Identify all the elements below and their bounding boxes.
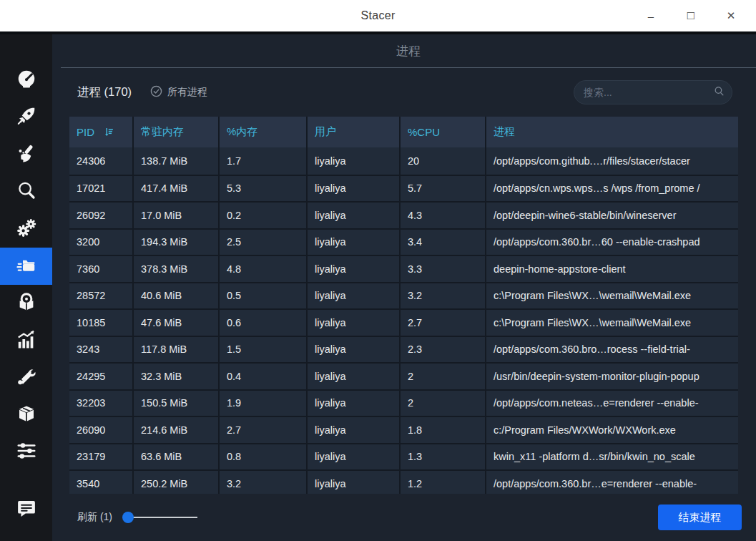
table-cell: /opt/apps/cn.wps.wps…s /wps /from_prome … [486,176,738,202]
column-header-pid[interactable]: PID [69,117,134,147]
page-title: 进程 [396,43,421,59]
close-button[interactable]: ✕ [723,8,739,24]
minimize-button[interactable]: – [643,8,659,24]
table-row[interactable]: 2609217.0 MiB0.2liyaliya4.3/opt/deepin-w… [69,201,738,228]
slider-handle[interactable] [122,512,134,523]
sidebar-item-dashboard[interactable] [0,62,52,99]
table-cell: liyaliya [308,230,401,255]
sidebar-item-uninstaller[interactable] [0,285,52,322]
sidebar-item-packages[interactable] [0,396,52,434]
column-header-cpu-pct[interactable]: %CPU [401,117,486,147]
table-cell: 47.6 MiB [134,310,220,336]
search-box[interactable] [574,80,732,104]
sidebar-spacer [0,471,52,491]
sidebar-item-search[interactable] [0,173,52,210]
column-header-process[interactable]: 进程 [486,117,738,147]
table-cell: 1.7 [220,147,308,175]
process-table-body: 24306138.7 MiB1.7liyaliya20/opt/apps/com… [69,147,738,494]
table-cell: 5.3 [220,176,308,202]
table-cell: 2 [401,364,486,389]
sidebar-item-services[interactable] [0,210,52,248]
sidebar-item-startup-apps[interactable] [0,99,52,136]
all-processes-label: 所有进程 [167,86,207,99]
sidebar-item-helpers[interactable] [0,359,52,396]
process-stack-icon [16,254,37,278]
maximize-button[interactable]: □ [683,8,699,24]
sidebar-item-system-cleaner[interactable] [0,136,52,173]
table-cell: 378.3 MiB [134,256,220,282]
column-header-memory-pct[interactable]: %内存 [220,117,308,147]
all-processes-checkbox[interactable]: 所有进程 [150,85,207,100]
sidebar-item-settings[interactable] [0,434,52,471]
package-gauge-icon [16,291,37,316]
column-header-memory[interactable]: 常驻内存 [134,117,220,147]
table-row[interactable]: 17021417.4 MiB5.3liyaliya5.7/opt/apps/cn… [69,175,738,202]
table-row[interactable]: 3540250.2 MiB3.2liyaliya1.2/opt/apps/com… [69,469,738,494]
table-row[interactable]: 3200194.3 MiB2.5liyaliya3.4/opt/apps/com… [69,228,738,255]
table-row[interactable]: 3243117.8 MiB1.5liyaliya2.3/opt/apps/com… [69,336,738,363]
table-cell: /usr/bin/deepin-system-monitor-plugin-po… [486,364,738,389]
table-cell: /opt/apps/com.360.br…e=renderer --enable… [486,471,738,494]
slider-track[interactable] [128,517,197,518]
table-cell: 214.6 MiB [134,417,220,443]
refresh-interval-slider[interactable] [122,512,197,523]
table-cell: 28572 [69,283,134,309]
table-cell: liyaliya [308,417,401,443]
table-cell: c:\Program Files\WX…\wemail\WeMail.exe [486,283,738,309]
table-cell: 0.8 [220,444,308,470]
process-table: PID 常驻内存 %内存 用户 %CPU 进程 24306138.7 MiB1.… [69,117,738,494]
sidebar [0,34,52,541]
table-row[interactable]: 2317963.6 MiB0.8liyaliya1.3kwin_x11 -pla… [69,443,738,470]
search-input[interactable] [584,87,713,98]
table-cell: 3540 [69,471,134,494]
check-circle-icon [150,85,162,100]
table-cell: 0.2 [220,203,308,228]
table-cell: 32.3 MiB [134,364,220,389]
column-header-user[interactable]: 用户 [308,117,401,147]
table-cell: 117.8 MiB [134,337,220,363]
table-cell: 0.4 [220,364,308,389]
table-cell: kwin_x11 -platform d…sr/bin/kwin_no_scal… [486,444,738,470]
table-row[interactable]: 32203150.5 MiB1.9liyaliya2/opt/apps/com.… [69,389,738,416]
end-process-button[interactable]: 结束进程 [658,505,742,530]
rocket-icon [16,105,37,130]
table-row[interactable]: 2429532.3 MiB0.4liyaliya2/usr/bin/deepin… [69,362,738,389]
table-cell: liyaliya [308,444,401,470]
sidebar-item-resources[interactable] [0,322,52,359]
table-cell: 1.9 [220,391,308,416]
sidebar-item-processes[interactable] [0,248,52,285]
table-cell: 2.5 [220,230,308,255]
process-count-label: 进程 (170) [77,84,132,100]
table-cell: 1.5 [220,337,308,363]
table-cell: 138.7 MiB [134,147,220,175]
table-cell: liyaliya [308,391,401,416]
column-header-label: PID [77,126,94,138]
sidebar-item-feedback[interactable] [0,491,52,528]
table-cell: liyaliya [308,256,401,282]
table-cell: 23179 [69,444,134,470]
table-row[interactable]: 7360378.3 MiB4.8liyaliya3.3deepin-home-a… [69,255,738,282]
table-row[interactable]: 24306138.7 MiB1.7liyaliya20/opt/apps/com… [69,147,738,175]
table-row[interactable]: 1018547.6 MiB0.6liyaliya2.7c:\Program Fi… [69,308,738,336]
table-cell: 0.5 [220,283,308,309]
table-cell: 4.8 [220,256,308,282]
table-cell: 1.2 [401,471,486,494]
table-cell: liyaliya [308,471,401,494]
table-cell: 1.3 [401,444,486,470]
main-content: 进程 进程 (170) 所有进程 PID [52,34,756,541]
footer-bar: 刷新 (1) 结束进程 [52,494,756,541]
titlebar: Stacer – □ ✕ [0,0,756,31]
sliders-icon [16,440,37,464]
table-cell: 3.2 [401,283,486,309]
table-cell: 1.8 [401,417,486,443]
bar-chart-icon [16,328,37,353]
window-controls: – □ ✕ [643,8,756,24]
table-row[interactable]: 2857240.6 MiB0.5liyaliya3.2c:\Program Fi… [69,282,738,309]
table-cell: liyaliya [308,337,401,363]
table-cell: 7360 [69,256,134,282]
table-row[interactable]: 26090214.6 MiB2.7liyaliya1.8c:/Program F… [69,416,738,443]
table-cell: 26092 [69,203,134,228]
table-cell: 5.7 [401,176,486,202]
table-cell: 24295 [69,364,134,389]
table-cell: 194.3 MiB [134,230,220,255]
